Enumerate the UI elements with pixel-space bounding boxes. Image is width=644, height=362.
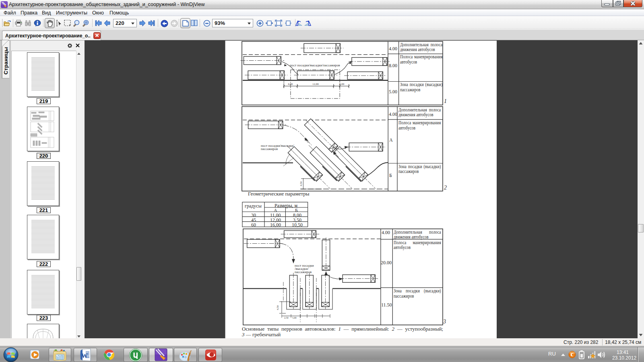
svg-text:W: W (81, 352, 88, 359)
svg-text:Страницы: Страницы (3, 47, 9, 74)
